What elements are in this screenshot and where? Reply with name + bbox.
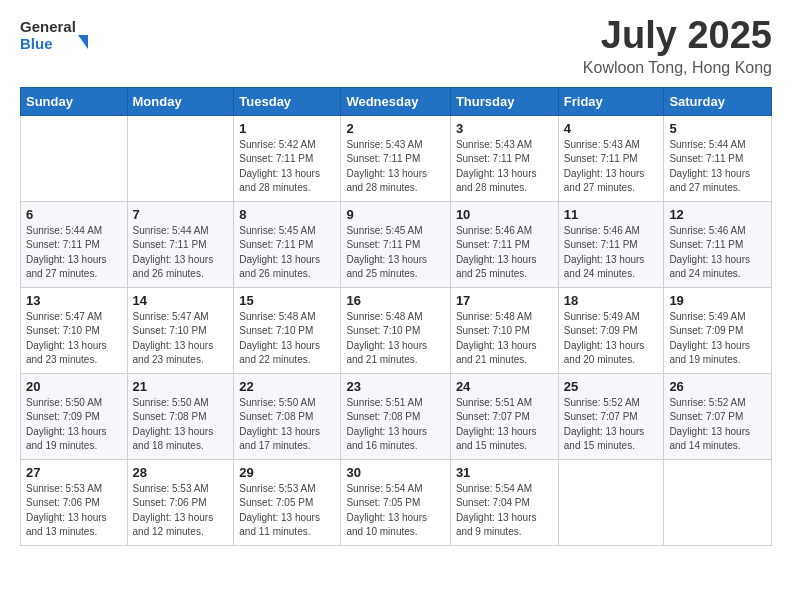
day-number: 31 xyxy=(456,465,553,480)
calendar-cell: 29Sunrise: 5:53 AMSunset: 7:05 PMDayligh… xyxy=(234,459,341,545)
calendar-cell: 14Sunrise: 5:47 AMSunset: 7:10 PMDayligh… xyxy=(127,287,234,373)
calendar-week-row: 6Sunrise: 5:44 AMSunset: 7:11 PMDaylight… xyxy=(21,201,772,287)
calendar-cell: 19Sunrise: 5:49 AMSunset: 7:09 PMDayligh… xyxy=(664,287,772,373)
calendar-cell: 24Sunrise: 5:51 AMSunset: 7:07 PMDayligh… xyxy=(450,373,558,459)
day-detail: Sunrise: 5:53 AMSunset: 7:06 PMDaylight:… xyxy=(133,482,229,540)
day-number: 30 xyxy=(346,465,444,480)
day-number: 10 xyxy=(456,207,553,222)
day-number: 16 xyxy=(346,293,444,308)
day-header-monday: Monday xyxy=(127,87,234,115)
day-header-wednesday: Wednesday xyxy=(341,87,450,115)
calendar-cell: 20Sunrise: 5:50 AMSunset: 7:09 PMDayligh… xyxy=(21,373,128,459)
day-detail: Sunrise: 5:44 AMSunset: 7:11 PMDaylight:… xyxy=(133,224,229,282)
header: GeneralBlue July 2025 Kowloon Tong, Hong… xyxy=(20,15,772,77)
calendar-cell: 11Sunrise: 5:46 AMSunset: 7:11 PMDayligh… xyxy=(558,201,664,287)
day-detail: Sunrise: 5:52 AMSunset: 7:07 PMDaylight:… xyxy=(564,396,659,454)
day-number: 1 xyxy=(239,121,335,136)
day-number: 4 xyxy=(564,121,659,136)
calendar-cell: 22Sunrise: 5:50 AMSunset: 7:08 PMDayligh… xyxy=(234,373,341,459)
calendar-cell: 1Sunrise: 5:42 AMSunset: 7:11 PMDaylight… xyxy=(234,115,341,201)
month-title: July 2025 xyxy=(583,15,772,57)
calendar-cell xyxy=(21,115,128,201)
day-number: 8 xyxy=(239,207,335,222)
page: GeneralBlue July 2025 Kowloon Tong, Hong… xyxy=(0,0,792,612)
calendar-week-row: 27Sunrise: 5:53 AMSunset: 7:06 PMDayligh… xyxy=(21,459,772,545)
day-number: 15 xyxy=(239,293,335,308)
day-detail: Sunrise: 5:43 AMSunset: 7:11 PMDaylight:… xyxy=(564,138,659,196)
day-number: 7 xyxy=(133,207,229,222)
day-number: 5 xyxy=(669,121,766,136)
day-number: 24 xyxy=(456,379,553,394)
logo-svg: GeneralBlue xyxy=(20,15,100,55)
day-detail: Sunrise: 5:53 AMSunset: 7:05 PMDaylight:… xyxy=(239,482,335,540)
day-detail: Sunrise: 5:46 AMSunset: 7:11 PMDaylight:… xyxy=(456,224,553,282)
day-detail: Sunrise: 5:53 AMSunset: 7:06 PMDaylight:… xyxy=(26,482,122,540)
day-number: 3 xyxy=(456,121,553,136)
day-number: 11 xyxy=(564,207,659,222)
day-number: 21 xyxy=(133,379,229,394)
calendar-cell: 7Sunrise: 5:44 AMSunset: 7:11 PMDaylight… xyxy=(127,201,234,287)
day-detail: Sunrise: 5:51 AMSunset: 7:08 PMDaylight:… xyxy=(346,396,444,454)
day-detail: Sunrise: 5:46 AMSunset: 7:11 PMDaylight:… xyxy=(669,224,766,282)
day-detail: Sunrise: 5:50 AMSunset: 7:09 PMDaylight:… xyxy=(26,396,122,454)
day-detail: Sunrise: 5:48 AMSunset: 7:10 PMDaylight:… xyxy=(239,310,335,368)
day-number: 25 xyxy=(564,379,659,394)
day-detail: Sunrise: 5:50 AMSunset: 7:08 PMDaylight:… xyxy=(133,396,229,454)
logo: GeneralBlue xyxy=(20,15,100,55)
calendar-cell: 25Sunrise: 5:52 AMSunset: 7:07 PMDayligh… xyxy=(558,373,664,459)
day-number: 23 xyxy=(346,379,444,394)
day-number: 19 xyxy=(669,293,766,308)
calendar-table: SundayMondayTuesdayWednesdayThursdayFrid… xyxy=(20,87,772,546)
day-detail: Sunrise: 5:45 AMSunset: 7:11 PMDaylight:… xyxy=(239,224,335,282)
day-header-tuesday: Tuesday xyxy=(234,87,341,115)
day-detail: Sunrise: 5:42 AMSunset: 7:11 PMDaylight:… xyxy=(239,138,335,196)
calendar-cell: 18Sunrise: 5:49 AMSunset: 7:09 PMDayligh… xyxy=(558,287,664,373)
day-number: 14 xyxy=(133,293,229,308)
day-detail: Sunrise: 5:43 AMSunset: 7:11 PMDaylight:… xyxy=(346,138,444,196)
day-detail: Sunrise: 5:52 AMSunset: 7:07 PMDaylight:… xyxy=(669,396,766,454)
day-number: 18 xyxy=(564,293,659,308)
day-number: 22 xyxy=(239,379,335,394)
day-detail: Sunrise: 5:54 AMSunset: 7:04 PMDaylight:… xyxy=(456,482,553,540)
calendar-cell xyxy=(558,459,664,545)
day-number: 13 xyxy=(26,293,122,308)
day-number: 28 xyxy=(133,465,229,480)
day-detail: Sunrise: 5:48 AMSunset: 7:10 PMDaylight:… xyxy=(346,310,444,368)
day-detail: Sunrise: 5:51 AMSunset: 7:07 PMDaylight:… xyxy=(456,396,553,454)
day-number: 12 xyxy=(669,207,766,222)
svg-marker-2 xyxy=(78,35,88,49)
day-header-saturday: Saturday xyxy=(664,87,772,115)
calendar-cell: 27Sunrise: 5:53 AMSunset: 7:06 PMDayligh… xyxy=(21,459,128,545)
calendar-cell: 21Sunrise: 5:50 AMSunset: 7:08 PMDayligh… xyxy=(127,373,234,459)
calendar-week-row: 20Sunrise: 5:50 AMSunset: 7:09 PMDayligh… xyxy=(21,373,772,459)
day-detail: Sunrise: 5:50 AMSunset: 7:08 PMDaylight:… xyxy=(239,396,335,454)
svg-text:Blue: Blue xyxy=(20,35,53,52)
day-number: 17 xyxy=(456,293,553,308)
calendar-cell: 12Sunrise: 5:46 AMSunset: 7:11 PMDayligh… xyxy=(664,201,772,287)
calendar-cell: 31Sunrise: 5:54 AMSunset: 7:04 PMDayligh… xyxy=(450,459,558,545)
day-detail: Sunrise: 5:46 AMSunset: 7:11 PMDaylight:… xyxy=(564,224,659,282)
day-number: 9 xyxy=(346,207,444,222)
calendar-cell: 23Sunrise: 5:51 AMSunset: 7:08 PMDayligh… xyxy=(341,373,450,459)
calendar-cell: 10Sunrise: 5:46 AMSunset: 7:11 PMDayligh… xyxy=(450,201,558,287)
calendar-cell: 9Sunrise: 5:45 AMSunset: 7:11 PMDaylight… xyxy=(341,201,450,287)
day-number: 2 xyxy=(346,121,444,136)
day-detail: Sunrise: 5:47 AMSunset: 7:10 PMDaylight:… xyxy=(133,310,229,368)
calendar-cell: 3Sunrise: 5:43 AMSunset: 7:11 PMDaylight… xyxy=(450,115,558,201)
day-detail: Sunrise: 5:45 AMSunset: 7:11 PMDaylight:… xyxy=(346,224,444,282)
calendar-cell: 15Sunrise: 5:48 AMSunset: 7:10 PMDayligh… xyxy=(234,287,341,373)
calendar-cell: 2Sunrise: 5:43 AMSunset: 7:11 PMDaylight… xyxy=(341,115,450,201)
day-number: 20 xyxy=(26,379,122,394)
calendar-cell: 16Sunrise: 5:48 AMSunset: 7:10 PMDayligh… xyxy=(341,287,450,373)
day-detail: Sunrise: 5:49 AMSunset: 7:09 PMDaylight:… xyxy=(564,310,659,368)
day-header-thursday: Thursday xyxy=(450,87,558,115)
day-detail: Sunrise: 5:44 AMSunset: 7:11 PMDaylight:… xyxy=(669,138,766,196)
day-header-friday: Friday xyxy=(558,87,664,115)
title-block: July 2025 Kowloon Tong, Hong Kong xyxy=(583,15,772,77)
day-detail: Sunrise: 5:44 AMSunset: 7:11 PMDaylight:… xyxy=(26,224,122,282)
day-number: 29 xyxy=(239,465,335,480)
day-number: 6 xyxy=(26,207,122,222)
day-detail: Sunrise: 5:49 AMSunset: 7:09 PMDaylight:… xyxy=(669,310,766,368)
day-number: 26 xyxy=(669,379,766,394)
calendar-cell: 4Sunrise: 5:43 AMSunset: 7:11 PMDaylight… xyxy=(558,115,664,201)
